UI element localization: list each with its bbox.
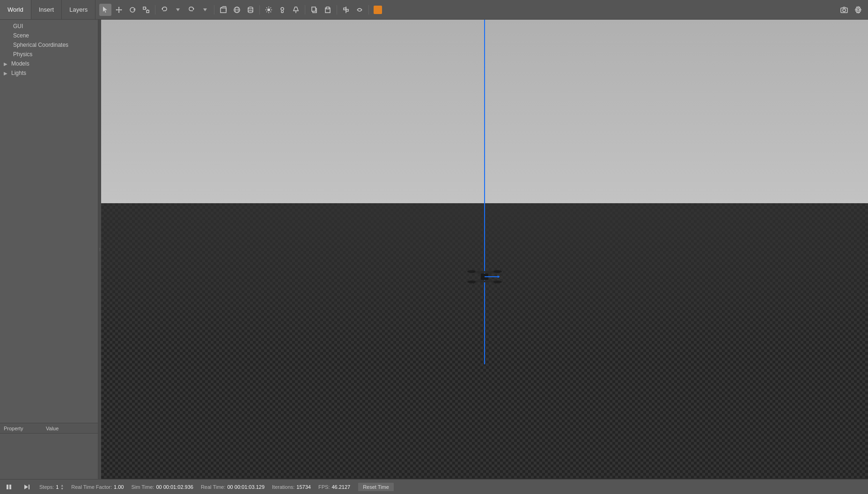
redo-button[interactable] (185, 4, 198, 16)
svg-rect-46 (346, 9, 348, 11)
redo-dropdown-button[interactable] (199, 4, 211, 16)
svg-marker-14 (203, 8, 207, 11)
separator-5 (337, 5, 337, 15)
svg-marker-4 (116, 9, 117, 10)
box-icon (220, 6, 227, 14)
svg-marker-12 (176, 8, 180, 11)
sun-icon (265, 6, 272, 14)
tree-item-spherical-label: Spherical Coordinates (13, 42, 68, 48)
copy-button[interactable] (308, 4, 320, 16)
svg-line-33 (266, 11, 267, 12)
tree-item-spherical[interactable]: Spherical Coordinates (0, 40, 98, 50)
iterations-item: Iterations: 15734 (272, 484, 311, 490)
svg-marker-13 (193, 7, 194, 10)
fps-item: FPS: 46.2127 (318, 484, 350, 490)
translate-tool-button[interactable] (113, 4, 125, 16)
material-button[interactable] (372, 4, 384, 16)
tree-item-gui-label: GUI (13, 23, 23, 29)
tab-insert[interactable]: Insert (31, 0, 62, 19)
main-content: GUI Scene Spherical Coordinates Physics … (0, 20, 868, 479)
tab-insert-label: Insert (39, 6, 54, 13)
tree-item-scene-label: Scene (13, 32, 29, 39)
svg-point-55 (467, 270, 476, 273)
point-light-button[interactable] (276, 4, 288, 16)
rtf-value: 1.00 (114, 484, 124, 490)
property-col-label: Property (4, 426, 46, 431)
tree-item-physics-label: Physics (13, 51, 32, 58)
svg-point-49 (857, 8, 860, 11)
scale-icon (142, 6, 150, 14)
axis-line-y (484, 20, 485, 364)
reset-time-button[interactable]: Reset Time (358, 482, 394, 492)
tree-item-gui[interactable]: GUI (0, 22, 98, 31)
steps-item: Steps: 1 ▲ ▼ (39, 484, 64, 490)
svg-marker-5 (121, 9, 122, 10)
svg-rect-7 (143, 7, 146, 9)
properties-header: Property Value (0, 423, 98, 434)
toolbar-right (838, 4, 868, 16)
svg-point-56 (493, 270, 502, 273)
svg-point-57 (467, 280, 476, 283)
snap-button[interactable] (353, 4, 366, 16)
steps-up-icon[interactable]: ▲ (60, 484, 64, 487)
value-col-label: Value (46, 426, 59, 431)
undo-button[interactable] (158, 4, 170, 16)
svg-line-31 (271, 11, 272, 12)
tree-item-lights-label: Lights (11, 70, 26, 76)
tree-item-models[interactable]: ▶ Models (0, 59, 98, 68)
undo-dropdown-button[interactable] (172, 4, 184, 16)
box-button[interactable] (217, 4, 229, 16)
align-button[interactable] (340, 4, 352, 16)
real-time-item: Real Time: 00 00:01:03.129 (201, 484, 265, 490)
svg-rect-62 (9, 485, 11, 489)
steps-stepper[interactable]: ▲ ▼ (60, 484, 64, 490)
real-time-factor-item: Real Time Factor: 1.00 (71, 484, 124, 490)
paste-button[interactable] (322, 4, 334, 16)
camera-icon (840, 6, 848, 14)
select-tool-button[interactable] (99, 4, 111, 16)
tree-item-lights[interactable]: ▶ Lights (0, 68, 98, 78)
tree-item-scene[interactable]: Scene (0, 31, 98, 40)
svg-rect-8 (147, 10, 149, 13)
svg-point-25 (267, 8, 270, 11)
step-forward-icon (23, 484, 30, 490)
sun-button[interactable] (263, 4, 275, 16)
point-light-icon (279, 6, 286, 14)
translate-icon (115, 6, 123, 14)
tab-world[interactable]: World (0, 0, 31, 19)
tree-item-physics[interactable]: Physics (0, 50, 98, 59)
svg-rect-64 (29, 485, 29, 489)
rtf-label: Real Time Factor: (71, 484, 112, 490)
svg-rect-61 (7, 485, 8, 489)
sim-time-value: 00 00:01:02.936 (156, 484, 193, 490)
scale-tool-button[interactable] (140, 4, 152, 16)
sphere-button[interactable] (231, 4, 243, 16)
svg-marker-38 (294, 7, 298, 11)
fps-value: 46.2127 (331, 484, 350, 490)
cylinder-button[interactable] (244, 4, 257, 16)
pause-icon (6, 484, 12, 490)
steps-down-icon[interactable]: ▼ (60, 487, 64, 490)
settings-button[interactable] (852, 4, 864, 16)
copy-icon (310, 6, 318, 14)
rotate-tool-button[interactable] (126, 4, 139, 16)
chevron-down-icon (176, 8, 180, 11)
steps-label: Steps: (39, 484, 54, 490)
viewport[interactable] (101, 20, 868, 479)
spot-light-button[interactable] (290, 4, 302, 16)
tab-layers[interactable]: Layers (62, 0, 96, 19)
svg-marker-63 (24, 485, 28, 489)
status-bar: Steps: 1 ▲ ▼ Real Time Factor: 1.00 Sim … (0, 479, 868, 494)
iterations-value: 15734 (296, 484, 311, 490)
fps-label: FPS: (318, 484, 330, 490)
step-forward-button[interactable] (22, 482, 32, 492)
camera-button[interactable] (838, 4, 850, 16)
real-time-value: 00 00:01:03.129 (228, 484, 265, 490)
top-bar: World Insert Layers (0, 0, 868, 20)
pause-button[interactable] (4, 482, 14, 492)
separator-6 (368, 5, 369, 15)
cylinder-icon (247, 6, 254, 14)
undo-icon (161, 6, 168, 14)
svg-point-58 (493, 280, 502, 283)
svg-point-21 (248, 7, 253, 9)
